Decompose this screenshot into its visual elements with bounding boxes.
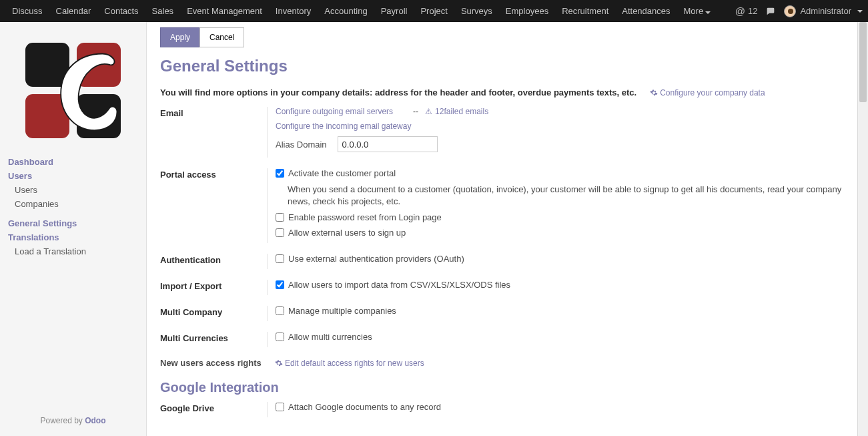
action-buttons: Apply Cancel xyxy=(160,27,855,47)
warning-icon xyxy=(425,107,434,116)
sidebar-item-users[interactable]: Users xyxy=(0,183,146,197)
nav-employees[interactable]: Employees xyxy=(499,1,555,21)
powered-by-text: Powered by xyxy=(40,416,85,425)
nav-attendances[interactable]: Attendances xyxy=(615,1,677,21)
edit-access-rights-text: Edit default access rights for new users xyxy=(285,359,424,368)
manage-multi-company-checkbox[interactable] xyxy=(276,306,284,315)
nav-sales[interactable]: Sales xyxy=(145,1,181,21)
sidebar-item-companies[interactable]: Companies xyxy=(0,197,146,211)
chevron-down-icon xyxy=(857,10,863,13)
sidebar: Dashboard Users Users Companies General … xyxy=(0,22,147,436)
sidebar-item-users-header[interactable]: Users xyxy=(0,169,146,183)
nav-more[interactable]: More xyxy=(677,1,718,21)
avatar xyxy=(784,5,796,17)
allow-external-signup-checkbox[interactable] xyxy=(276,228,284,237)
google-drive-checkbox[interactable] xyxy=(276,403,284,411)
nav-event-management[interactable]: Event Management xyxy=(180,1,269,21)
chevron-down-icon xyxy=(705,11,711,14)
newusers-label: New users access rights xyxy=(160,358,267,368)
page-title: General Settings xyxy=(160,57,855,75)
configure-company-label: Configure your company data xyxy=(660,88,765,97)
google-integration-title: Google Integration xyxy=(160,380,855,395)
cancel-button[interactable]: Cancel xyxy=(199,27,244,47)
sidebar-item-translations[interactable]: Translations xyxy=(0,230,146,244)
logo-graphic xyxy=(18,35,128,146)
apply-button[interactable]: Apply xyxy=(160,27,200,47)
enable-password-reset-text: Enable password reset from Login page xyxy=(288,212,442,222)
section-email: Email Configure outgoing email servers -… xyxy=(160,107,855,158)
sidebar-item-load-translation[interactable]: Load a Translation xyxy=(0,244,146,258)
page-subtitle: You will find more options in your compa… xyxy=(160,87,636,97)
top-navbar: Discuss Calendar Contacts Sales Event Ma… xyxy=(0,0,868,22)
gear-icon xyxy=(650,89,658,97)
multi-currencies-text: Allow multi currencies xyxy=(288,332,372,342)
gear-icon xyxy=(275,359,283,367)
sidebar-item-dashboard[interactable]: Dashboard xyxy=(0,155,146,169)
failed-emails-text: 12failed emails xyxy=(435,107,488,116)
alias-domain-input[interactable] xyxy=(338,136,438,152)
oauth-checkbox[interactable] xyxy=(276,254,284,263)
scrollbar[interactable] xyxy=(857,22,868,436)
alias-domain-label: Alias Domain xyxy=(276,140,327,150)
sidebar-footer: Powered by Odoo xyxy=(0,411,146,431)
google-drive-text: Attach Google documents to any record xyxy=(288,402,441,412)
allow-import-text: Allow users to import data from CSV/XLS/… xyxy=(288,280,510,290)
section-new-users: New users access rights Edit default acc… xyxy=(160,358,855,368)
at-icon: @ xyxy=(735,5,745,17)
nav-more-label: More xyxy=(684,6,704,16)
notification-count: 12 xyxy=(748,6,757,16)
nav-inventory[interactable]: Inventory xyxy=(269,1,318,21)
notification-badge[interactable]: @ 12 xyxy=(735,5,758,17)
section-google-drive: Google Drive Attach Google documents to … xyxy=(160,402,855,417)
nav-right: @ 12 Administrator xyxy=(735,5,863,17)
section-authentication: Authentication Use external authenticati… xyxy=(160,254,855,269)
nav-contacts[interactable]: Contacts xyxy=(97,1,145,21)
sidebar-item-general-settings[interactable]: General Settings xyxy=(0,216,146,230)
multi-currencies-checkbox[interactable] xyxy=(276,333,284,341)
chat-icon[interactable] xyxy=(765,6,776,17)
multicompany-label: Multi Company xyxy=(160,306,267,321)
separator: -- xyxy=(413,107,418,116)
portal-description: When you send a document to a customer (… xyxy=(288,184,855,207)
google-drive-label: Google Drive xyxy=(160,402,267,417)
portal-label: Portal access xyxy=(160,168,267,243)
oauth-text: Use external authentication providers (O… xyxy=(288,254,464,264)
configure-company-link[interactable]: Configure your company data xyxy=(650,88,765,97)
edit-access-rights-link[interactable]: Edit default access rights for new users xyxy=(275,359,424,368)
nav-accounting[interactable]: Accounting xyxy=(318,1,374,21)
section-portal: Portal access Activate the customer port… xyxy=(160,168,855,243)
auth-label: Authentication xyxy=(160,254,267,269)
scrollbar-thumb[interactable] xyxy=(859,22,867,102)
section-multi-currencies: Multi Currencies Allow multi currencies xyxy=(160,332,855,347)
enable-password-reset-checkbox[interactable] xyxy=(276,213,284,222)
nav-calendar[interactable]: Calendar xyxy=(49,1,98,21)
activate-portal-checkbox[interactable] xyxy=(276,169,284,178)
nav-surveys[interactable]: Surveys xyxy=(454,1,499,21)
nav-discuss[interactable]: Discuss xyxy=(5,1,49,21)
odoo-link[interactable]: Odoo xyxy=(85,416,105,425)
nav-recruitment[interactable]: Recruitment xyxy=(555,1,615,21)
nav-left: Discuss Calendar Contacts Sales Event Ma… xyxy=(5,1,717,21)
section-multi-company: Multi Company Manage multiple companies xyxy=(160,306,855,321)
activate-portal-text: Activate the customer portal xyxy=(288,168,396,178)
allow-external-signup-text: Allow external users to sign up xyxy=(288,228,406,238)
allow-import-checkbox[interactable] xyxy=(276,280,284,289)
nav-payroll[interactable]: Payroll xyxy=(374,1,414,21)
sidebar-menu: Dashboard Users Users Companies General … xyxy=(0,152,146,261)
nav-project[interactable]: Project xyxy=(414,1,454,21)
user-menu[interactable]: Administrator xyxy=(784,5,863,17)
email-label: Email xyxy=(160,107,267,158)
failed-emails-link[interactable]: 12failed emails xyxy=(425,107,488,116)
logo xyxy=(0,22,146,152)
content-area[interactable]: Apply Cancel General Settings You will f… xyxy=(147,22,868,436)
import-label: Import / Export xyxy=(160,280,267,295)
manage-multi-company-text: Manage multiple companies xyxy=(288,306,396,316)
configure-incoming-link[interactable]: Configure the incoming email gateway xyxy=(276,122,411,131)
section-import-export: Import / Export Allow users to import da… xyxy=(160,280,855,295)
multicurr-label: Multi Currencies xyxy=(160,332,267,347)
configure-outgoing-link[interactable]: Configure outgoing email servers xyxy=(276,107,393,116)
user-name: Administrator xyxy=(800,6,851,16)
